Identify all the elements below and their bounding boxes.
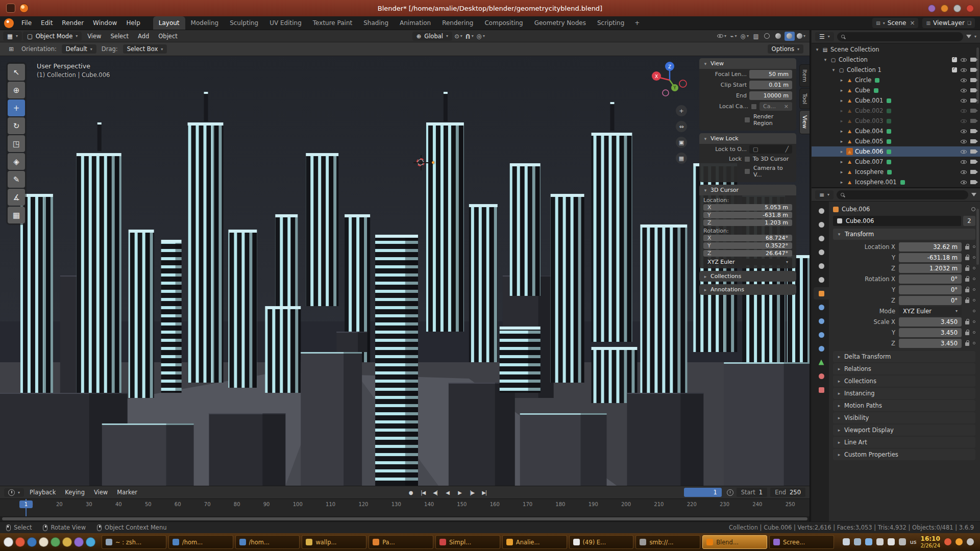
options-dropdown[interactable]: Options▾ xyxy=(768,44,803,54)
playhead-frame-tag[interactable]: 1 xyxy=(19,500,33,508)
transport-button[interactable]: ▶| xyxy=(479,488,489,497)
clock[interactable]: 16:10 2/26/24 xyxy=(920,535,940,548)
shading-wireframe-button[interactable] xyxy=(762,32,772,41)
proportional-editing-toggle[interactable]: ◎▾ xyxy=(476,32,486,41)
properties-tab[interactable] xyxy=(814,301,829,313)
outliner-row[interactable]: ▸ Cube.007 xyxy=(812,157,980,167)
titlebar[interactable]: Blender* [/home/amalie/Desktop/blender/g… xyxy=(0,0,980,16)
value-field[interactable]: XYZ Euler▾ xyxy=(899,307,962,316)
workspace-tab[interactable]: Texture Paint xyxy=(307,16,358,30)
disable-in-render-icon[interactable] xyxy=(970,68,976,72)
disclosure-arrow[interactable]: ▸ xyxy=(839,159,844,164)
launcher-icon[interactable] xyxy=(27,537,37,547)
value-field[interactable]: 0°▾ xyxy=(899,296,962,305)
clip-end-field[interactable]: 10000 m xyxy=(749,91,792,100)
properties-tab[interactable] xyxy=(814,260,829,272)
disclosure-arrow[interactable]: ▸ xyxy=(839,88,844,93)
hide-in-viewport-icon[interactable] xyxy=(961,58,967,62)
menu-item[interactable]: File xyxy=(17,16,36,30)
workspace-tab[interactable]: UV Editing xyxy=(264,16,307,30)
tool-button[interactable]: ⊕ xyxy=(8,82,25,98)
lock-icon[interactable] xyxy=(965,267,969,271)
users-count-badge[interactable]: 2 xyxy=(963,216,975,226)
disable-in-render-icon[interactable] xyxy=(970,109,976,113)
menu-item[interactable]: Help xyxy=(121,16,144,30)
outliner-row[interactable]: ▸ Cube.004 xyxy=(812,126,980,136)
animate-dot-icon[interactable] xyxy=(973,331,975,334)
taskbar-window-button[interactable]: /hom... xyxy=(168,535,233,549)
rotation-mode-dropdown[interactable]: XYZ Euler▾ xyxy=(703,259,792,265)
outliner-scrollbar[interactable] xyxy=(976,47,979,104)
taskbar-window-button[interactable]: Pa... xyxy=(369,535,433,549)
value-field[interactable]: -631.18 m▾ xyxy=(899,253,962,262)
outliner-row[interactable]: ▸ Icosphere.001 xyxy=(812,177,980,187)
properties-tab[interactable] xyxy=(814,273,829,286)
properties-filter-icon[interactable] xyxy=(971,193,976,196)
properties-tab[interactable] xyxy=(814,246,829,258)
properties-tab[interactable] xyxy=(814,356,829,368)
tool-button[interactable]: ✎ xyxy=(8,171,25,188)
timeline-editor-type-button[interactable]: ▾ xyxy=(4,488,24,497)
taskbar-window-button[interactable]: Analie... xyxy=(502,535,567,549)
value-field[interactable]: 1.2032 m▾ xyxy=(899,264,962,273)
viewport-menu-item[interactable]: Select xyxy=(106,33,133,40)
new-view-layer-icon[interactable]: ❏ xyxy=(967,20,971,26)
add-workspace-button[interactable]: + xyxy=(630,16,644,30)
animate-dot-icon[interactable] xyxy=(973,267,975,269)
lock-icon[interactable] xyxy=(965,289,969,292)
editor-type-button[interactable]: ▦▾ xyxy=(3,32,22,41)
viewport-menu-item[interactable]: Add xyxy=(133,33,154,40)
cursor-loc-y-field[interactable]: Y-631.8 m xyxy=(703,212,792,218)
tool-button[interactable]: ↖ xyxy=(8,64,25,81)
cursor-rot-y-field[interactable]: Y0.3522° xyxy=(703,242,792,249)
selectable-checkbox[interactable] xyxy=(952,57,957,62)
taskbar-window-button[interactable]: ~ : zsh... xyxy=(102,535,166,549)
value-field[interactable]: 3.450▾ xyxy=(899,328,962,337)
snap-magnet-toggle[interactable]: U▾ xyxy=(464,32,475,41)
outliner-row[interactable]: ▾ Scene Collection xyxy=(812,44,980,55)
properties-editor-type-button[interactable]: ≡▾ xyxy=(815,190,834,199)
scene-unlink-icon[interactable]: × xyxy=(910,19,915,27)
camera-view-icon[interactable]: ▣ xyxy=(676,137,687,148)
properties-section-header[interactable]: ▸Custom Properties xyxy=(833,449,975,460)
sidebar-tab[interactable]: Tool xyxy=(799,88,810,109)
cursor-section-header[interactable]: ▾3D Cursor xyxy=(699,185,796,195)
shade-button[interactable] xyxy=(928,5,936,12)
shading-material-button[interactable] xyxy=(785,32,795,41)
outliner-row[interactable]: ▸ Cube.005 xyxy=(812,136,980,146)
cursor-loc-z-field[interactable]: Z1.203 m xyxy=(703,219,792,226)
timeline-menu-item[interactable]: View xyxy=(89,489,112,496)
lock-3d-cursor-checkbox[interactable] xyxy=(744,156,750,162)
transport-button[interactable]: ● xyxy=(406,488,416,497)
workspace-tab[interactable]: Rendering xyxy=(436,16,479,30)
timeline-menu-item[interactable]: Keying xyxy=(60,489,89,496)
outliner-row[interactable]: ▸ Cube.001 xyxy=(812,95,980,106)
taskbar-window-button[interactable]: smb://... xyxy=(635,535,700,549)
overlays-dropdown[interactable]: ◎▾ xyxy=(740,32,750,41)
hide-in-viewport-icon[interactable] xyxy=(961,99,967,103)
hide-in-viewport-icon[interactable] xyxy=(961,89,967,92)
tray-icon[interactable] xyxy=(944,538,951,545)
disclosure-arrow[interactable]: ▸ xyxy=(839,180,844,185)
disclosure-arrow[interactable]: ▾ xyxy=(815,47,820,52)
transform-panel-header[interactable]: ▾Transform xyxy=(833,229,975,240)
current-frame-field[interactable]: 1 xyxy=(684,488,722,497)
disclosure-arrow[interactable]: ▸ xyxy=(839,169,844,174)
disable-in-render-icon[interactable] xyxy=(970,149,976,154)
outliner-search-input[interactable] xyxy=(837,32,963,41)
taskbar-window-button[interactable]: Scree... xyxy=(769,535,834,549)
animate-dot-icon[interactable] xyxy=(973,320,975,323)
timeline-ruler[interactable]: 1020304050607080901001101201301401501601… xyxy=(0,498,810,521)
cursor-rot-x-field[interactable]: X68.724° xyxy=(703,235,792,241)
lock-icon[interactable] xyxy=(965,246,969,249)
outliner-row[interactable]: ▾ Collection 1 xyxy=(812,65,980,75)
navigation-gizmo[interactable]: Z X Y xyxy=(650,60,690,100)
launcher-icon[interactable] xyxy=(86,537,95,547)
tray-icon[interactable] xyxy=(967,538,974,545)
properties-section-header[interactable]: ▸Motion Paths xyxy=(833,400,975,411)
outliner-row[interactable]: ▸ Icosphere xyxy=(812,167,980,177)
camera-to-view-checkbox[interactable] xyxy=(744,168,750,174)
animate-dot-icon[interactable] xyxy=(973,256,975,259)
properties-tab[interactable] xyxy=(814,384,829,396)
launcher-icon[interactable] xyxy=(15,537,25,547)
